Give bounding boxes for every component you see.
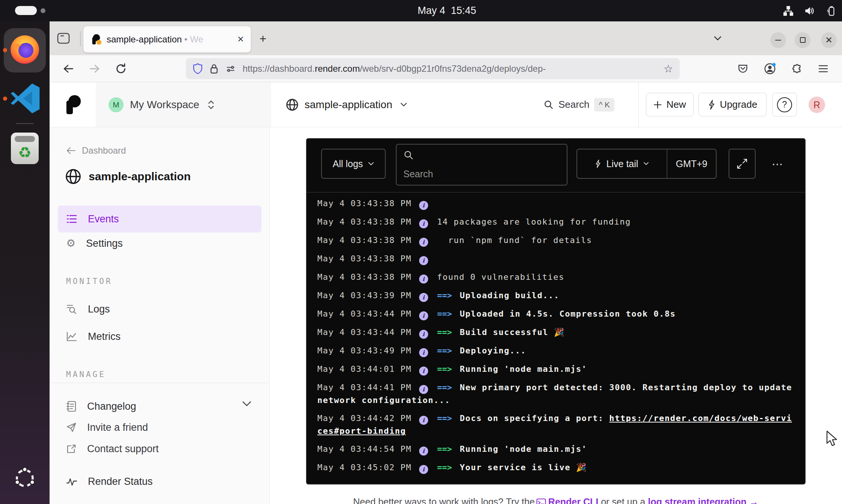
live-tail-dropdown[interactable]: Live tail — [577, 149, 667, 178]
volume-icon[interactable] — [804, 5, 815, 17]
sidebar-item-logs[interactable]: Logs — [50, 299, 270, 320]
log-timestamp: May 4 03:44:42 PM — [317, 413, 412, 423]
window-close-button[interactable]: ✕ — [821, 32, 837, 48]
log-timestamp: May 4 03:44:01 PM — [317, 364, 412, 374]
sidebar-item-render-status[interactable]: Render Status — [50, 471, 270, 492]
log-arrow-prefix: ==> — [437, 291, 452, 300]
log-row: May 4 03:43:38 PMi — [317, 197, 794, 210]
log-timestamp: May 4 03:43:44 PM — [317, 309, 412, 318]
url-bar[interactable]: https://dashboard.render.com/web/srv-d0b… — [186, 58, 680, 79]
log-timestamp: May 4 03:43:38 PM — [317, 199, 412, 208]
info-icon: i — [419, 275, 428, 284]
changelog-notebook-icon — [66, 401, 77, 412]
log-arrow-prefix: ==> — [437, 463, 452, 472]
active-tab[interactable]: sample-application • We ✕ — [83, 26, 251, 53]
render-cli-link[interactable]: Render CLI — [548, 496, 598, 504]
log-row: May 4 03:43:49 PMi==> Deploying... — [317, 344, 794, 357]
window-restore-button[interactable] — [795, 32, 810, 48]
render-logo[interactable] — [50, 82, 96, 127]
log-message: ==> Deploying... — [437, 346, 526, 355]
sidebar-item-invite-friend[interactable]: Invite a friend — [50, 417, 270, 438]
sidebar-item-changelog[interactable]: Changelog — [50, 396, 270, 417]
log-row: May 4 03:43:38 PMi run `npm fund` for de… — [317, 234, 794, 247]
search-icon — [544, 100, 554, 110]
firefox-view-icon[interactable] — [57, 33, 70, 44]
question-icon: ? — [777, 97, 792, 112]
log-arrow-prefix: ==> — [437, 413, 452, 423]
extensions-puzzle-icon[interactable] — [788, 60, 806, 78]
sidebar-service-name[interactable]: sample-application — [65, 168, 191, 185]
forward-icon[interactable] — [86, 60, 104, 78]
help-button[interactable]: ? — [772, 93, 797, 116]
battery-icon[interactable] — [825, 5, 836, 17]
globe-icon — [285, 98, 299, 112]
log-arrow-prefix: ==> — [437, 309, 452, 318]
sidebar-item-metrics[interactable]: Metrics — [50, 326, 270, 347]
sidebar-item-settings[interactable]: ⚙ Settings — [50, 233, 270, 254]
ubuntu-logo-icon[interactable] — [14, 467, 36, 489]
system-clock[interactable]: May 4 15:45 — [391, 0, 503, 21]
log-message: ==> Uploaded in 4.5s. Compression took 0… — [437, 309, 676, 318]
info-icon: i — [419, 201, 428, 210]
service-selector[interactable]: sample-application — [285, 82, 407, 127]
vscode-icon[interactable] — [9, 81, 41, 115]
log-arrow-prefix: ==> — [437, 444, 452, 454]
lightning-icon — [708, 100, 715, 110]
log-timestamp: May 4 03:45:02 PM — [317, 463, 412, 472]
bookmark-star-icon[interactable]: ☆ — [664, 63, 673, 75]
upgrade-button[interactable]: Upgrade — [699, 93, 767, 116]
vscode-running-dot — [3, 97, 7, 101]
sidebar-item-contact-support[interactable]: Contact support — [50, 438, 270, 459]
info-icon: i — [419, 311, 428, 320]
workspace-switcher[interactable]: M My Workspace — [96, 82, 271, 127]
log-message: ==> Running 'node main.mjs' — [437, 364, 587, 374]
reload-icon[interactable] — [112, 60, 130, 78]
log-message: 14 packages are looking for funding — [437, 217, 631, 226]
log-stream-integration-link[interactable]: log stream integration → — [648, 496, 759, 504]
new-button[interactable]: New — [646, 93, 694, 116]
back-icon[interactable] — [59, 60, 77, 78]
network-icon[interactable] — [783, 5, 794, 17]
tab-favicon-render — [90, 34, 101, 45]
workspace-pill[interactable] — [15, 6, 37, 15]
log-menu-ellipsis[interactable]: ⋯ — [772, 149, 784, 179]
log-search-input[interactable]: Search — [396, 144, 567, 186]
workspace-name: My Workspace — [130, 99, 199, 111]
tab-overflow-chevron-icon[interactable] — [712, 33, 723, 43]
sidebar-item-events[interactable]: Events — [58, 205, 261, 232]
log-row: May 4 03:43:44 PMi==> Build successful 🎉 — [317, 326, 794, 339]
sidebar-back-dashboard[interactable]: Dashboard — [66, 145, 126, 156]
events-list-icon — [66, 214, 77, 224]
paper-plane-icon — [66, 422, 77, 433]
log-arrow-prefix: ==> — [437, 364, 452, 374]
trash-icon[interactable]: ♻ — [11, 133, 39, 164]
url-text[interactable]: https://dashboard.render.com/web/srv-d0b… — [243, 63, 657, 74]
info-icon: i — [419, 348, 428, 357]
new-tab-button[interactable]: + — [255, 31, 270, 46]
changelog-chevron-down-icon[interactable] — [242, 401, 252, 407]
account-icon[interactable] — [761, 60, 779, 78]
info-icon: i — [419, 330, 428, 339]
user-avatar[interactable]: R — [809, 97, 825, 113]
log-search-placeholder: Search — [403, 169, 433, 180]
workspace-avatar: M — [109, 97, 124, 112]
log-timestamp: May 4 03:43:38 PM — [317, 217, 412, 226]
screen: May 4 15:45 — [0, 0, 842, 504]
sidebar-divider — [50, 383, 270, 383]
expand-logs-button[interactable] — [729, 149, 756, 179]
firefox-icon[interactable] — [7, 31, 43, 67]
sidebar-section-manage: MANAGE — [66, 370, 106, 379]
sidebar-section-monitor: MONITOR — [66, 277, 113, 286]
tracking-protection-shield-icon[interactable] — [193, 63, 203, 75]
hamburger-menu-icon[interactable] — [814, 60, 832, 78]
permissions-icon[interactable] — [225, 64, 236, 73]
log-timestamp: May 4 03:44:41 PM — [317, 383, 412, 392]
timezone-button[interactable]: GMT+9 — [667, 158, 716, 169]
info-icon: i — [419, 238, 428, 247]
window-minimize-button[interactable] — [770, 32, 786, 48]
pocket-icon[interactable] — [734, 60, 752, 78]
tab-close-icon[interactable]: ✕ — [237, 35, 244, 44]
global-search[interactable]: Search ^ K — [544, 82, 614, 127]
lock-icon[interactable] — [210, 63, 219, 74]
log-filter-dropdown[interactable]: All logs — [321, 149, 386, 179]
